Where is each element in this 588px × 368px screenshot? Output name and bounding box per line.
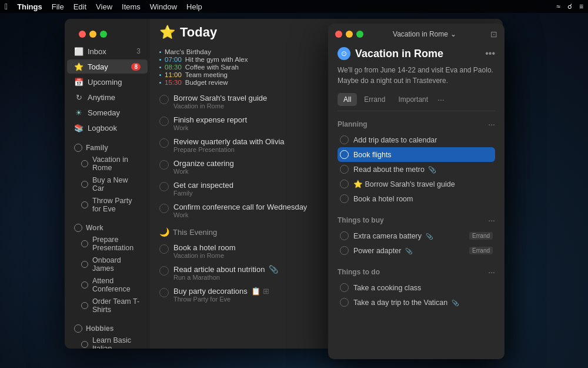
sidebar-item-vacation-rome[interactable]: Vacation in Rome [67,154,148,174]
checklist-item-cooking[interactable]: Take a cooking class [338,280,495,295]
things-to-buy-header: Things to buy ··· [338,216,495,225]
task-checkbox[interactable] [159,204,169,213]
check-box[interactable] [340,180,349,188]
things-to-do-more[interactable]: ··· [488,267,495,277]
detail-more-button[interactable]: ••• [485,48,495,59]
vacation-rome-dot [81,160,88,167]
task-checkbox[interactable] [159,117,169,126]
sidebar-item-logbook[interactable]: 📚 Logbook [67,121,148,135]
prepare-label: Prepare Presentation [92,236,141,252]
menu-items[interactable]: Items [122,2,141,11]
sidebar-item-learn-italian[interactable]: Learn Basic Italian [67,334,148,349]
checklist-item-power-adapter[interactable]: Power adapter 📎 Errand [338,243,495,258]
tab-all[interactable]: All [338,93,357,106]
planning-more-button[interactable]: ··· [488,120,495,129]
check-box[interactable] [340,298,349,307]
detail-body: ⊙ Vacation in Rome ••• We'll go from Jun… [328,42,505,359]
planning-section: Planning ··· Add trip dates to calendar … [338,120,495,206]
checklist-item-vatican[interactable]: Take a day trip to the Vatican 📎 [338,295,495,310]
minimize-button[interactable] [89,31,96,38]
work-section-header: Work [65,223,150,233]
sidebar-item-throw-party[interactable]: Throw Party for Eve [67,195,148,215]
things-to-buy-more[interactable]: ··· [488,216,495,225]
checklist-item-camera-battery[interactable]: Extra camera battery 📎 Errand [338,228,495,243]
checklist-item-flights[interactable]: Book flights [338,147,495,162]
things-to-do-title: Things to do [338,268,380,276]
check-box-selected[interactable] [340,150,349,159]
check-label-travel-guide: ⭐ Borrow Sarah's travel guide [353,180,493,188]
sidebar-item-upcoming[interactable]: 📅 Upcoming [67,75,148,89]
sidebar-item-anytime-label: Anytime [88,93,115,102]
apple-menu[interactable]:  [5,2,8,11]
tab-errand[interactable]: Errand [358,93,391,106]
sidebar-item-inbox[interactable]: ⬜ Inbox 3 [67,44,148,58]
cal-budget-time: 15:30 [165,79,182,86]
sidebar-item-attend-conference[interactable]: Attend Conference [67,275,148,295]
work-section-label: Work [86,224,103,232]
hobbies-section-icon [74,324,82,333]
detail-window-title: Vacation in Rome [393,30,448,38]
detail-title-bar: Vacation in Rome ⌄ [363,30,486,38]
checklist-icon: 📋 ⊞ [251,287,269,296]
check-box[interactable] [340,246,349,255]
sidebar-item-someday-label: Someday [88,108,120,117]
cal-dot-budget [159,82,161,84]
menu-help[interactable]: Help [186,2,202,11]
check-label-camera: Extra camera battery 📎 [353,232,465,240]
close-button[interactable] [79,31,86,38]
task-checkbox[interactable] [159,138,169,148]
task-checkbox[interactable] [159,266,169,276]
upcoming-icon: 📅 [74,77,83,87]
detail-traffic-lights [335,31,363,38]
check-label-flights: Book flights [353,151,493,159]
detail-action-icon[interactable]: ⊡ [490,29,497,39]
errand-tag: Errand [469,232,493,240]
onboard-dot [81,261,88,268]
task-checkbox[interactable] [159,182,169,191]
check-box[interactable] [340,283,349,292]
check-box[interactable] [340,135,349,144]
task-checkbox[interactable] [159,244,169,254]
menu-file[interactable]: File [52,2,64,11]
wifi-icon: ≈ [556,2,560,11]
menu-view[interactable]: View [96,2,112,11]
attachment-icon: 📎 [452,300,459,306]
sidebar-item-order-tshirts[interactable]: Order Team T-Shirts [67,296,148,316]
check-box[interactable] [340,231,349,240]
check-box[interactable] [340,165,349,174]
maximize-button[interactable] [100,31,107,38]
sidebar-item-onboard-james[interactable]: Onboard James [67,254,148,274]
menubar-left:  Things File Edit View Items Window Hel… [5,2,202,11]
check-box[interactable] [340,194,349,203]
task-checkbox[interactable] [159,160,169,170]
sidebar-item-buy-car[interactable]: Buy a New Car [67,174,148,194]
checklist-item-hotel[interactable]: Book a hotel room [338,191,495,206]
prepare-dot [81,240,88,247]
tab-important[interactable]: Important [392,93,434,106]
cal-team-label: Team meeting [185,71,228,78]
sidebar-item-prepare-presentation[interactable]: Prepare Presentation [67,234,148,254]
checklist-item-dates[interactable]: Add trip dates to calendar [338,132,495,147]
sidebar-item-someday[interactable]: ☀ Someday [67,105,148,120]
tabs-more-button[interactable]: ··· [437,95,445,104]
search-icon[interactable]: ☌ [567,2,572,11]
onboard-label: Onboard James [92,256,141,273]
detail-close-button[interactable] [335,31,342,38]
sidebar-item-anytime[interactable]: ↻ Anytime [67,90,148,104]
task-checkbox[interactable] [159,288,169,297]
cal-budget-label: Budget review [185,79,228,86]
menu-icon[interactable]: ≡ [579,2,583,11]
task-checkbox[interactable] [159,95,169,104]
detail-maximize-button[interactable] [356,31,363,38]
menu-window[interactable]: Window [150,2,177,11]
checklist-item-travel-guide[interactable]: ⭐ Borrow Sarah's travel guide [338,177,495,191]
sidebar-item-today[interactable]: ⭐ Today 8 [67,59,148,74]
checklist-item-metro[interactable]: Read about the metro 📎 [338,162,495,177]
cal-birthday-label: Marc's Birthday [165,48,211,55]
menu-edit[interactable]: Edit [74,2,86,11]
hobbies-section-header: Hobbies [65,323,150,334]
check-label-metro: Read about the metro 📎 [353,165,493,174]
detail-minimize-button[interactable] [346,31,353,38]
chevron-down-icon[interactable]: ⌄ [450,30,456,38]
sidebar-item-inbox-label: Inbox [88,47,106,56]
